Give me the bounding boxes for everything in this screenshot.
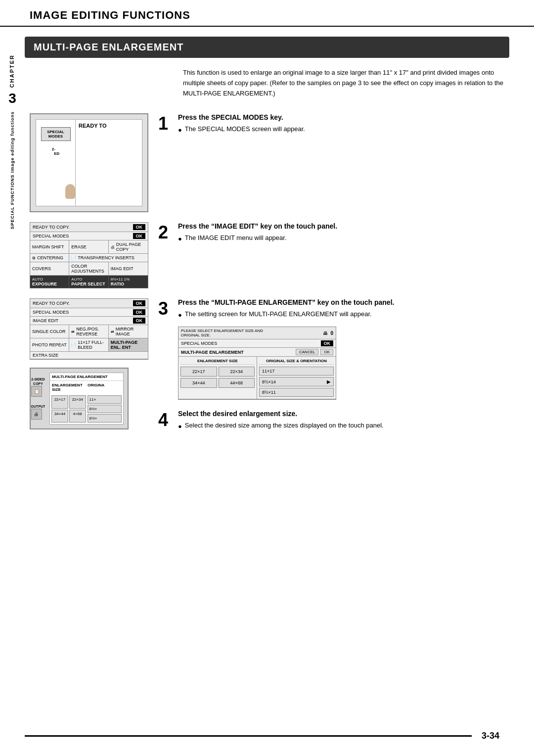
transparency-inserts-btn[interactable]: 📄 TRANSPARENCY INSERTS xyxy=(69,254,148,262)
chapter-number: 3 xyxy=(8,91,16,106)
screen2-ok1[interactable]: OK xyxy=(133,300,146,306)
step-4-number: 4 xyxy=(158,410,173,430)
mirror-image-btn[interactable]: ⇄ MIRROR IMAGE xyxy=(109,325,148,338)
orig-8x14[interactable]: 8½×14 ▶ xyxy=(259,377,334,386)
step-3-content: Press the “MULTI-PAGE ENLARGEMENT” key o… xyxy=(178,298,509,321)
size-34x44[interactable]: 34×44 xyxy=(180,378,217,388)
photo-repeat-btn[interactable]: PHOTO REPEAT xyxy=(30,338,69,351)
step-1-content: Press the SPECIAL MODES key. ● The SPECI… xyxy=(178,113,305,136)
erase-btn[interactable]: ERASE xyxy=(69,240,108,253)
enlargement-screen: PLEASE SELECT ENLARGEMENT SIZE AND ORIGI… xyxy=(178,327,336,400)
step-4-bullet: ● Select the desired size among the size… xyxy=(178,421,509,432)
step-1-number: 1 xyxy=(158,113,173,134)
description: This function is used to enlarge an orig… xyxy=(183,68,504,98)
color-adj-btn[interactable]: COLOR ADJUSTMENTS xyxy=(69,262,108,275)
step-2-number: 2 xyxy=(158,222,173,243)
screen1-ok[interactable]: OK xyxy=(133,224,146,230)
section-title: MULTI-PAGE ENLARGEMENT xyxy=(25,37,509,58)
step3-small-device: 2-SIDEDCOPY 📋 OUTPUT 🖨 MULTI-PAGE ENLARG… xyxy=(30,368,129,429)
margin-shift-btn[interactable]: MARGIN SHIFT xyxy=(30,240,69,253)
dual-page-copy-btn[interactable]: 🖨 DUAL PAGE COPY xyxy=(109,240,148,253)
size-22x34[interactable]: 22×34 xyxy=(219,367,255,377)
orig-8x11[interactable]: 8½×11 xyxy=(259,388,334,397)
step-1-bullet: ● The SPECIAL MODES screen will appear. xyxy=(178,124,305,136)
step-3-row: READY TO COPY. OK SPECIAL MODES OK IMAGE… xyxy=(30,298,509,432)
page-number-area: 3-34 xyxy=(0,731,534,741)
step2-screen1: READY TO COPY. OK SPECIAL MODES OK MARGI… xyxy=(30,222,148,288)
screen2-ok3[interactable]: OK xyxy=(133,318,146,324)
enl-cancel-btn[interactable]: CANCEL xyxy=(296,349,318,355)
step3-screen2: READY TO COPY. OK SPECIAL MODES OK IMAGE… xyxy=(30,298,148,360)
output-icon: 🖨 xyxy=(31,409,42,420)
step3-left-area: READY TO COPY. OK SPECIAL MODES OK IMAGE… xyxy=(30,298,148,429)
multi-page-enl-btn[interactable]: MULTI-PAGE ENL. ENT xyxy=(109,338,148,351)
size-44x68[interactable]: 44×68 xyxy=(219,378,255,388)
steps-area: SPECIALMODES 2- ED READY TO 1 Press the … xyxy=(30,113,509,432)
step-3-bullet: ● The setting screen for MULTI-PAGE ENLA… xyxy=(178,309,509,321)
special-modes-button[interactable]: SPECIALMODES xyxy=(41,127,71,141)
screen1-ok2[interactable]: OK xyxy=(133,233,146,239)
page-header: IMAGE EDITING FUNCTIONS xyxy=(0,0,534,27)
step-1-title: Press the SPECIAL MODES key. xyxy=(178,113,305,121)
step-3-title: Press the “MULTI-PAGE ENLARGEMENT” key o… xyxy=(178,298,509,306)
step-2-row: READY TO COPY. OK SPECIAL MODES OK MARGI… xyxy=(30,222,509,288)
enl-ok1[interactable]: OK xyxy=(321,340,334,346)
step-2-title: Press the “IMAGE EDIT” key on the touch … xyxy=(178,222,509,230)
enl-ok2-btn[interactable]: OK xyxy=(320,349,333,355)
neg-pos-btn[interactable]: ⇄ NEG./POS. REVERSE xyxy=(69,325,108,338)
step1-device: SPECIALMODES 2- ED READY TO xyxy=(30,113,148,212)
chapter-label: CHAPTER xyxy=(9,54,15,88)
screen2-ok2[interactable]: OK xyxy=(133,309,146,315)
step-3-number: 3 xyxy=(158,298,173,319)
page-number-line-left xyxy=(25,735,472,737)
single-color-btn[interactable]: SINGLE COLOR xyxy=(30,325,69,338)
image-edit-btn[interactable]: IMAG EDIT xyxy=(109,262,148,275)
step-2-content: Press the “IMAGE EDIT” key on the touch … xyxy=(178,222,509,244)
chapter-sidebar: CHAPTER 3 SPECIAL FUNCTIONS Image editin… xyxy=(0,54,25,500)
step-1-row: SPECIALMODES 2- ED READY TO 1 Press the … xyxy=(30,113,509,212)
extra-size-btn[interactable]: EXTRA SIZE xyxy=(33,353,58,358)
full-bleed-btn[interactable]: 📄 11×17 FULL-BLEED xyxy=(69,338,108,351)
page-number: 3-34 xyxy=(482,731,499,741)
centering-btn[interactable]: ⊞ CENTERING xyxy=(30,254,69,262)
size-22x17[interactable]: 22×17 xyxy=(180,367,217,377)
main-content: This function is used to enlarge an orig… xyxy=(30,68,509,432)
covers-btn[interactable]: COVERS xyxy=(30,262,69,275)
orig-11x17[interactable]: 11×17 xyxy=(259,367,334,376)
step-2-bullet: ● The IMAGE EDIT menu will appear. xyxy=(178,233,509,244)
two-sided-icon: 📋 xyxy=(31,386,42,397)
step-4-title: Select the desired enlargement size. xyxy=(178,410,509,418)
step-4-content: Select the desired enlargement size. ● S… xyxy=(178,410,509,432)
page-title: IMAGE EDITING FUNCTIONS xyxy=(30,9,504,22)
chapter-subtitle: SPECIAL FUNCTIONS Image editing function… xyxy=(10,111,15,229)
finger-icon xyxy=(65,184,75,199)
